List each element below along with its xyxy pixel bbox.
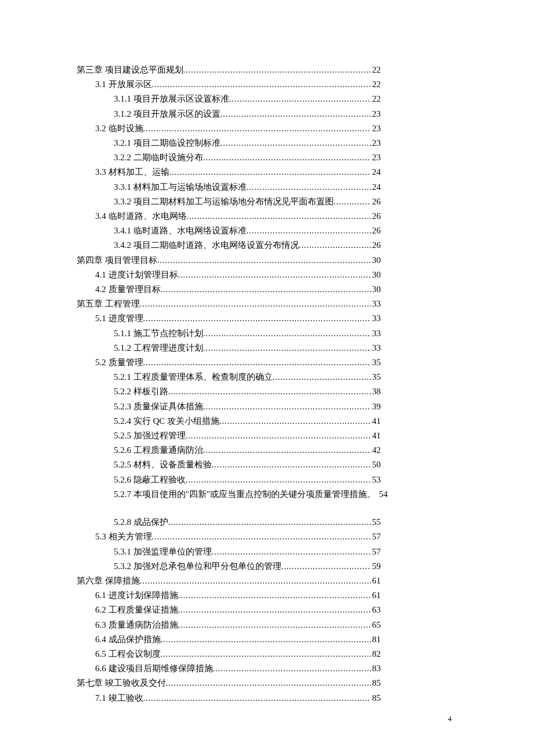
toc-entry[interactable]: 5.2.3 质量保证具体措施39: [77, 399, 381, 414]
toc-entry[interactable]: 6.3 质量通病防治措施65: [77, 618, 381, 632]
toc-entry[interactable]: 3.2.1 项目二期临设控制标准23: [77, 136, 381, 150]
toc-entry-page: 26: [371, 238, 381, 252]
toc-entry-title: 6.3 质量通病防治措施: [95, 618, 178, 632]
toc-entry-title: 5.2.2 样板引路: [114, 384, 168, 398]
toc-entry-page: 85: [371, 691, 381, 705]
toc-entry[interactable]: 6.4 成品保护措施81: [77, 632, 381, 647]
toc-entry[interactable]: 5.2.6 工程质量通病防治42: [77, 443, 381, 458]
toc-entry[interactable]: 6.1 进度计划保障措施61: [77, 588, 381, 603]
toc-entry[interactable]: 第四章 项目管理目标30: [77, 253, 381, 268]
toc-entry[interactable]: 6.5 工程会议制度82: [77, 647, 381, 661]
toc-entry-title: 6.5 工程会议制度: [95, 647, 161, 661]
toc-entry[interactable]: 3.4 临时道路、水电网络26: [77, 209, 381, 224]
toc-leader-dots: [221, 107, 371, 121]
toc-entry[interactable]: 6.2 工程质量保证措施63: [77, 603, 381, 617]
toc-leader-dots: [161, 283, 371, 297]
toc-entry-page: 30: [371, 268, 381, 282]
toc-leader-dots: [143, 312, 371, 326]
toc-entry-page: 41: [371, 429, 381, 442]
toc-entry-page: 33: [371, 311, 381, 325]
toc-entry-title: 5.1.1 施工节点控制计划: [114, 326, 203, 340]
toc-leader-dots: [247, 181, 371, 195]
toc-entry[interactable]: 5.3.1 加强监理单位的管理57: [77, 545, 381, 559]
toc-entry-title: 5.1 进度管理: [95, 311, 143, 325]
toc-entry[interactable]: 5.2 质量管理35: [77, 355, 381, 370]
toc-entry[interactable]: 6.6 建设项目后期维修保障措施83: [77, 661, 381, 676]
toc-entry[interactable]: 5.2.1 工程质量管理体系、检查制度的确立35: [77, 370, 381, 384]
toc-entry[interactable]: 3.1.2 项目开放展示区的设置23: [77, 107, 381, 121]
toc-entry-page: 57: [371, 545, 381, 559]
document-page: 第三章 项目建设总平面规划223.1 开放展示区223.1.1 项目开放展示区设…: [0, 0, 534, 756]
toc-leader-dots: [152, 78, 371, 92]
toc-entry[interactable]: 3.3.2 项目二期材料加工与运输场地分布情况见平面布置图26: [77, 195, 381, 209]
toc-entry-title: 6.6 建设项目后期维修保障措施: [95, 661, 213, 675]
toc-entry[interactable]: 3.1 开放展示区22: [77, 77, 381, 92]
toc-entry-title: 5.2 质量管理: [95, 355, 143, 369]
toc-entry[interactable]: 第六章 保障措施61: [77, 574, 381, 588]
toc-leader-dots: [143, 122, 371, 136]
toc-entry[interactable]: 4.2 质量管理目标30: [77, 282, 381, 297]
toc-entry-page: 81: [371, 632, 381, 646]
toc-entry-title: 5.2.6 隐蔽工程验收: [114, 473, 186, 487]
toc-entry-page: 33: [371, 297, 381, 311]
toc-entry[interactable]: 3.2.2 二期临时设施分布23: [77, 150, 381, 165]
toc-entry[interactable]: 5.2.5 加强过程管理41: [77, 429, 381, 443]
toc-entry-title: 第六章 保障措施: [77, 574, 140, 588]
toc-entry-title: 6.4 成品保护措施: [95, 632, 161, 646]
toc-entry[interactable]: 5.2.4 实行 QC 攻关小组措施41: [77, 414, 381, 429]
toc-entry[interactable]: 7.1 竣工验收85: [77, 691, 381, 705]
toc-entry[interactable]: 5.1.1 施工节点控制计划33: [77, 326, 381, 341]
toc-entry[interactable]: 3.1.1 项目开放展示区设置标准22: [77, 92, 381, 106]
toc-entry[interactable]: 5.3.2 加强对总承包单位和甲分包单位的管理59: [77, 559, 381, 574]
toc-entry[interactable]: 5.2.2 样板引路38: [77, 384, 381, 399]
toc-entry-title: 第七章 竣工验收及交付: [77, 676, 166, 690]
toc-entry[interactable]: 5.3 相关方管理57: [77, 530, 381, 544]
toc-entry[interactable]: 第五章 工程管理33: [77, 297, 381, 311]
toc-entry[interactable]: 3.3 材料加工、运输24: [77, 165, 381, 179]
toc-entry-title: 3.4.2 项目二期临时道路、水电网络设置分布情况: [114, 238, 299, 252]
toc-leader-dots: [247, 224, 371, 238]
toc-entry-page: 82: [371, 647, 381, 661]
toc-entry[interactable]: 5.2.5 材料、设备质量检验50: [77, 458, 381, 472]
toc-entry[interactable]: 5.1 进度管理33: [77, 311, 381, 326]
toc-entry[interactable]: 4.1 进度计划管理目标30: [77, 268, 381, 282]
toc-entry-page: 26: [371, 195, 381, 208]
toc-entry-page: 57: [371, 530, 381, 543]
toc-entry[interactable]: 5.1.2 工程管理进度计划33: [77, 341, 381, 355]
table-of-contents: 第三章 项目建设总平面规划223.1 开放展示区223.1.1 项目开放展示区设…: [77, 63, 381, 705]
toc-entry-page: 55: [371, 515, 381, 529]
toc-leader-dots: [178, 268, 371, 282]
toc-entry[interactable]: 3.4.2 项目二期临时道路、水电网络设置分布情况26: [77, 238, 381, 253]
toc-leader-dots: [143, 356, 371, 370]
toc-entry-title: 第五章 工程管理: [77, 297, 140, 311]
toc-entry-title: 3.3.1 材料加工与运输场地设置标准: [114, 180, 247, 194]
toc-entry[interactable]: 3.2 临时设施23: [77, 121, 381, 136]
toc-leader-dots: [299, 239, 371, 253]
toc-entry-title: 5.2.8 成品保护: [114, 515, 168, 529]
toc-entry[interactable]: 5.2.8 成品保护55: [77, 515, 381, 530]
toc-leader-dots: [203, 327, 371, 341]
toc-leader-dots: [221, 136, 371, 150]
toc-entry-title: 3.2 临时设施: [95, 121, 143, 135]
toc-leader-dots: [183, 63, 371, 77]
toc-entry-page: 38: [371, 384, 381, 398]
toc-entry-page: 63: [371, 603, 381, 617]
toc-leader-dots: [168, 516, 371, 530]
toc-entry[interactable]: 第三章 项目建设总平面规划22: [77, 63, 381, 77]
toc-entry[interactable]: 5.2.7 本项目使用的"四新"或应当重点控制的关键分项质量管理措施。54: [77, 487, 381, 501]
toc-entry-title: 5.2.5 加强过程管理: [114, 429, 186, 442]
toc-entry-title: 3.3.2 项目二期材料加工与运输场地分布情况见平面布置图: [114, 195, 334, 208]
toc-entry-title: 第三章 项目建设总平面规划: [77, 63, 183, 77]
toc-entry-title: 5.2.4 实行 QC 攻关小组措施: [114, 414, 219, 428]
toc-leader-dots: [157, 254, 371, 268]
toc-entry[interactable]: 第七章 竣工验收及交付85: [77, 676, 381, 690]
toc-entry[interactable]: 3.4.1 临时道路、水电网络设置标准26: [77, 224, 381, 238]
toc-entry-page: 26: [371, 224, 381, 237]
toc-entry[interactable]: 3.3.1 材料加工与运输场地设置标准24: [77, 180, 381, 195]
page-number: 4: [448, 714, 452, 723]
toc-entry-page: 23: [371, 150, 381, 164]
toc-entry-title: 5.3.2 加强对总承包单位和甲分包单位的管理: [114, 559, 282, 573]
toc-leader-dots: [161, 633, 371, 647]
toc-entry[interactable]: 5.2.6 隐蔽工程验收53: [77, 473, 381, 487]
toc-entry-page: 39: [371, 399, 381, 413]
